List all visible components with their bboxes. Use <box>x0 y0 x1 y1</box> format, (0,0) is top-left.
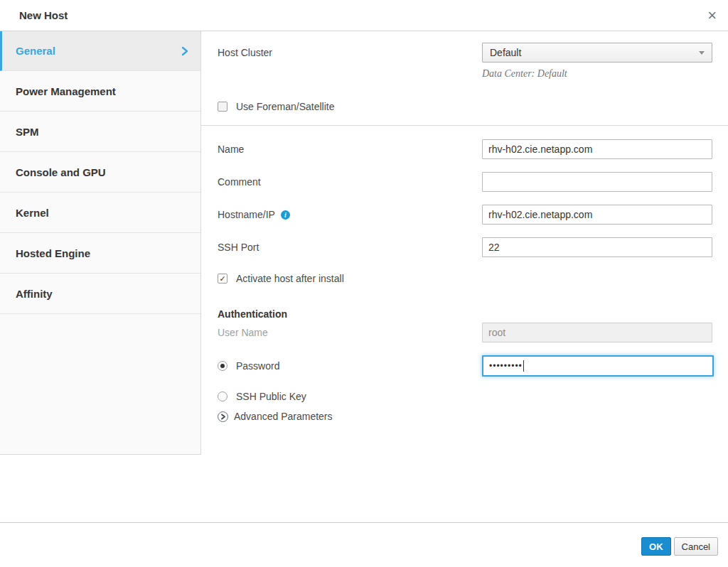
password-label: Password <box>236 360 279 372</box>
general-tab-panel: Host Cluster Default Data Center: Defaul… <box>201 31 728 455</box>
ssh-port-label: SSH Port <box>218 242 482 253</box>
chevron-down-icon <box>699 51 705 55</box>
host-cluster-label: Host Cluster <box>218 47 482 58</box>
sidebar-item-power-management[interactable]: Power Management <box>0 71 200 112</box>
sidebar-item-label: Console and GPU <box>16 166 106 178</box>
host-cluster-selected-value: Default <box>490 47 521 58</box>
sidebar-item-label: SPM <box>16 126 39 138</box>
close-icon[interactable]: × <box>707 8 717 23</box>
ok-button[interactable]: OK <box>641 537 671 556</box>
activate-host-checkbox[interactable]: ✓ <box>218 274 228 284</box>
comment-input[interactable] <box>482 172 712 192</box>
sidebar-item-label: Power Management <box>16 85 116 97</box>
hostname-input[interactable] <box>482 205 712 225</box>
sidebar-item-label: Kernel <box>16 207 49 219</box>
username-label: User Name <box>218 327 482 338</box>
password-masked-value: ••••••••• <box>489 361 523 371</box>
dialog-footer: OK Cancel <box>0 522 728 567</box>
sidebar-item-spm[interactable]: SPM <box>0 112 200 152</box>
dialog-body-spacer <box>0 455 728 522</box>
cancel-button[interactable]: Cancel <box>674 537 718 556</box>
expander-chevron-icon <box>218 411 228 422</box>
dialog-titlebar: New Host × <box>0 0 728 31</box>
ssh-public-key-row: SSH Public Key <box>218 391 712 402</box>
comment-label: Comment <box>218 176 482 188</box>
section-divider <box>201 125 728 126</box>
hostname-label: Hostname/IP <box>218 209 275 220</box>
ssh-public-key-label: SSH Public Key <box>236 391 306 402</box>
ssh-public-key-radio[interactable] <box>218 392 228 401</box>
sidebar-item-general[interactable]: General <box>0 31 200 71</box>
name-input[interactable] <box>482 139 712 159</box>
use-foreman-checkbox[interactable] <box>218 102 228 112</box>
password-radio[interactable] <box>218 361 228 371</box>
text-caret <box>523 360 524 372</box>
name-label: Name <box>218 144 482 155</box>
password-input[interactable]: ••••••••• <box>482 355 714 377</box>
advanced-parameters-expander[interactable]: Advanced Parameters <box>218 411 712 422</box>
sidebar-item-label: Hosted Engine <box>16 247 90 259</box>
new-host-dialog: New Host × General Power Management SPM … <box>0 0 728 567</box>
info-icon[interactable]: i <box>281 210 290 220</box>
advanced-parameters-label: Advanced Parameters <box>234 411 333 422</box>
use-foreman-label: Use Foreman/Satellite <box>236 101 335 112</box>
sidebar-item-label: General <box>16 45 55 57</box>
sidebar-item-affinity[interactable]: Affinity <box>0 274 200 314</box>
dialog-title: New Host <box>19 9 707 21</box>
host-cluster-select[interactable]: Default <box>482 43 712 63</box>
chevron-right-icon <box>181 46 189 56</box>
sidebar-item-console-and-gpu[interactable]: Console and GPU <box>0 152 200 193</box>
username-input <box>482 323 712 342</box>
use-foreman-row: Use Foreman/Satellite <box>218 101 712 112</box>
ssh-port-input[interactable] <box>482 237 712 257</box>
sidebar-item-kernel[interactable]: Kernel <box>0 193 200 233</box>
sidebar-item-label: Affinity <box>16 288 53 300</box>
data-center-note: Data Center: Default <box>482 68 712 80</box>
authentication-heading: Authentication <box>218 308 712 320</box>
dialog-sidebar: General Power Management SPM Console and… <box>0 31 201 455</box>
sidebar-item-hosted-engine[interactable]: Hosted Engine <box>0 233 200 274</box>
activate-host-row: ✓ Activate host after install <box>218 273 712 284</box>
activate-host-label: Activate host after install <box>236 273 344 284</box>
